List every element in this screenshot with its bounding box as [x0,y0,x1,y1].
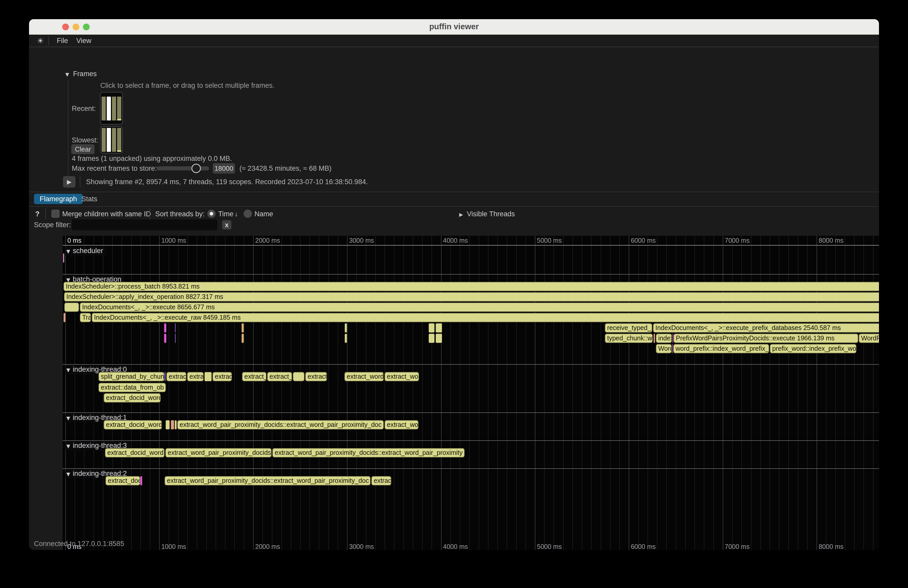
scope-bar-small[interactable] [345,323,347,333]
max-frames-slider-track[interactable] [156,166,209,170]
frame-bar[interactable] [101,96,106,120]
scope-bar-small[interactable] [171,420,174,429]
scope-bar-small[interactable] [241,323,244,333]
scope-bar[interactable]: typed_chunk::w [605,334,653,343]
frames-section-header[interactable]: ▼ Frames [65,70,97,78]
merge-children-label[interactable]: Merge children with same ID [62,210,151,218]
theme-toggle-sun-icon[interactable]: ☀ [37,36,44,45]
scope-bar[interactable]: receive_typed_ [605,323,652,333]
scope-bar-small[interactable] [64,302,79,312]
scope-bar[interactable]: extract_wo [385,420,419,429]
scope-bar[interactable]: extract_ [267,372,292,381]
scope-bar-small[interactable] [428,334,435,343]
scope-bar[interactable]: index [656,334,672,343]
scope-bar[interactable]: split_grenad_by_chun [98,372,164,381]
separator [150,208,150,220]
scope-bar-small[interactable] [204,372,212,381]
tab-stats[interactable]: Stats [76,194,103,204]
scope-filter-input[interactable] [72,219,217,230]
scope-bar-small[interactable] [241,334,244,343]
scope-bar-small[interactable] [436,323,442,333]
scope-bar-small[interactable] [654,334,655,343]
scope-bar[interactable]: extract_word_pair_proximity_docids::extr… [164,476,370,485]
scope-bar-small[interactable] [140,476,142,485]
scope-bar-small[interactable] [428,323,435,333]
sort-time-radio[interactable] [207,210,216,218]
scope-bar-small[interactable] [175,323,176,333]
menu-view[interactable]: View [72,37,95,45]
scope-bar[interactable]: extract [166,372,186,381]
scope-bar[interactable]: IndexScheduler>::apply_index_operation 8… [64,292,879,302]
frame-bar-selected[interactable] [107,128,111,152]
scope-bar-small[interactable] [673,334,673,343]
flamegraph-canvas[interactable]: 0 ms1000 ms2000 ms3000 ms4000 ms5000 ms6… [63,236,879,550]
tab-flamegraph[interactable]: Flamegraph [34,194,83,204]
scope-bar[interactable]: Trans [80,313,91,322]
scope-bar[interactable]: word_prefix::index_word_prefix_ [673,344,769,353]
recent-frames-thumbnail[interactable] [100,92,123,125]
scope-bar-small[interactable] [175,420,177,429]
visible-threads-header[interactable]: ▶ Visible Threads [459,210,515,218]
scope-bar[interactable]: extract_word_pair_proximity_docids::extr… [272,448,465,458]
help-button[interactable]: ? [35,210,40,218]
thread-header-scheduler[interactable]: ▼scheduler [65,247,106,255]
merge-children-checkbox[interactable] [51,210,60,218]
scope-bar-small[interactable] [164,372,166,381]
scope-bar[interactable]: extract_word_pair_proximity_docids::extr… [177,420,384,429]
scope-bar[interactable]: extract_wo [385,372,419,381]
scope-bar-small[interactable] [672,344,673,353]
sort-arrow-down-icon[interactable]: ↓ [235,210,238,218]
scope-bar[interactable]: extract::data_from_ob [98,383,166,392]
scope-bar-small[interactable] [345,334,347,343]
frame-bar[interactable] [112,96,116,120]
scope-bar-small[interactable] [436,334,442,343]
collapse-triangle-icon: ▼ [66,367,70,373]
scope-bar[interactable]: Word [656,344,672,353]
scope-bar-small[interactable] [63,253,64,263]
slowest-frames-thumbnail[interactable] [100,126,123,153]
scope-bar-small[interactable] [63,313,66,322]
scope-bar[interactable]: IndexDocuments<_, _>::execute_prefix_dat… [653,323,879,333]
max-frames-slider-knob[interactable] [192,164,201,173]
max-frames-value[interactable]: 18000 [213,163,235,174]
clear-filter-button[interactable]: x [222,220,232,230]
title-bar: puffin viewer [29,19,879,35]
scope-bar[interactable]: extract [305,372,327,381]
scope-bar[interactable]: extract_word_pair_proximity_docids [165,448,272,458]
scope-bar[interactable]: extract_doc [105,476,140,485]
scope-bar[interactable]: extract_docid_word [104,420,162,429]
scope-bar[interactable]: WordPr [859,334,879,343]
scope-bar[interactable]: IndexDocuments<_, _>::execute 8656.677 m… [80,302,879,312]
frame-bar-selected[interactable] [107,96,111,120]
scope-bar[interactable]: extract_docid_word [105,448,164,458]
scope-bar[interactable]: extrac [371,476,391,485]
scope-bar[interactable]: IndexScheduler>::process_batch 8953.821 … [63,282,879,291]
scope-bar[interactable]: PrefixWordPairsProximityDocids::execute … [673,334,858,343]
ruler-top-tick-label: 3000 ms [349,237,374,244]
scope-bar[interactable]: IndexDocuments<_, _>::execute_raw 8459.1… [92,313,879,322]
scope-bar-small[interactable] [166,420,170,429]
menu-file[interactable]: File [53,37,72,45]
ruler-bottom-tick-label: 2000 ms [255,543,280,550]
scope-bar[interactable]: prefix_word::index_prefix_wo [770,344,856,353]
clear-button[interactable]: Clear [71,144,95,154]
scope-bar[interactable]: extrac [213,372,232,381]
scope-bar-small[interactable] [164,334,166,343]
sort-name-radio[interactable] [243,210,252,218]
scope-bar-small[interactable] [164,323,166,333]
scope-bar[interactable]: extra [187,372,204,381]
app-window: puffin viewer ☀ File View ▼ Frames Click… [29,19,879,550]
scope-bar-small[interactable] [175,334,176,343]
scope-bar[interactable]: extract_word [345,372,384,381]
frame-bar[interactable] [117,96,121,120]
frame-bar[interactable] [117,128,121,152]
ruler-top-tick-label: 8000 ms [819,237,844,244]
scope-bar[interactable]: extract_docid_word [104,393,161,403]
scope-bar[interactable]: extract_ [242,372,266,381]
scope-bar-small[interactable] [293,372,304,381]
play-button[interactable]: ▶ [63,176,76,188]
frame-bar[interactable] [112,128,116,152]
sort-time-label[interactable]: Time [218,210,233,218]
sort-name-label[interactable]: Name [254,210,273,218]
frame-bar[interactable] [101,128,106,152]
